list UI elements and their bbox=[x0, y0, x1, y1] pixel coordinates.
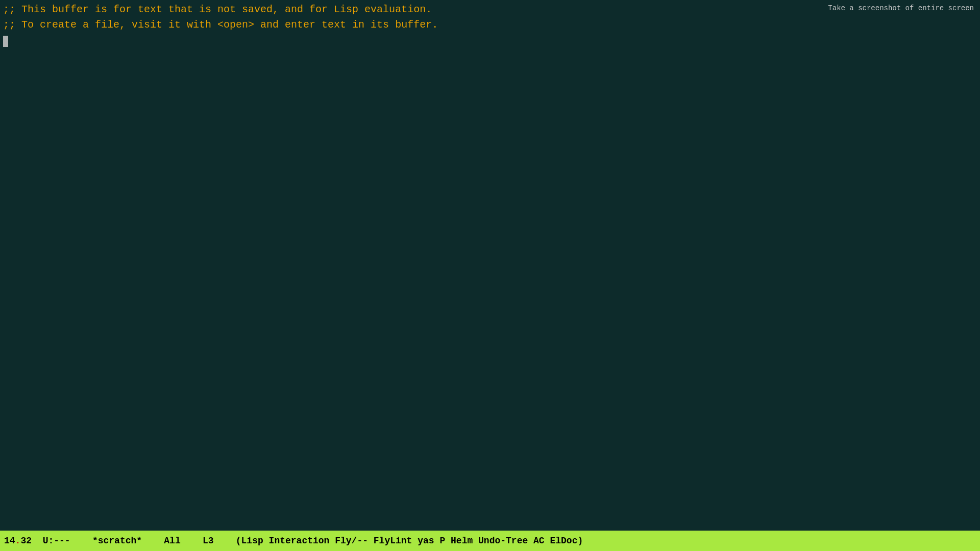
editor-buffer[interactable]: ;; This buffer is for text that is not s… bbox=[0, 0, 980, 531]
status-scroll: All bbox=[142, 536, 181, 546]
status-vc-state: U:--- bbox=[43, 536, 70, 546]
status-scroll-pos: All bbox=[164, 536, 180, 546]
text-cursor bbox=[3, 36, 8, 47]
status-col-num: 32 bbox=[20, 536, 32, 546]
status-modes: (Lisp Interaction Fly/-- FlyLint yas P H… bbox=[214, 536, 583, 546]
status-bar: 14.32 U:--- *scratch* All L3 (Lisp Inter… bbox=[0, 531, 980, 551]
status-mode-line: (Lisp Interaction Fly/-- FlyLint yas P H… bbox=[236, 536, 583, 546]
status-line-indicator: L3 bbox=[203, 536, 214, 546]
comment-line-2: ;; To create a file, visit it with <open… bbox=[3, 17, 977, 33]
cursor-line bbox=[3, 34, 977, 49]
status-buffer: *scratch* bbox=[70, 536, 142, 546]
status-dot: . bbox=[15, 536, 21, 546]
status-buffer-name: *scratch* bbox=[92, 536, 142, 546]
status-line-num: 14 bbox=[4, 536, 15, 546]
screenshot-hint: Take a screenshot of entire screen bbox=[828, 4, 974, 12]
status-position: 14.32 bbox=[4, 536, 32, 546]
status-linenum: L3 bbox=[181, 536, 214, 546]
status-vc: U:--- bbox=[32, 536, 70, 546]
